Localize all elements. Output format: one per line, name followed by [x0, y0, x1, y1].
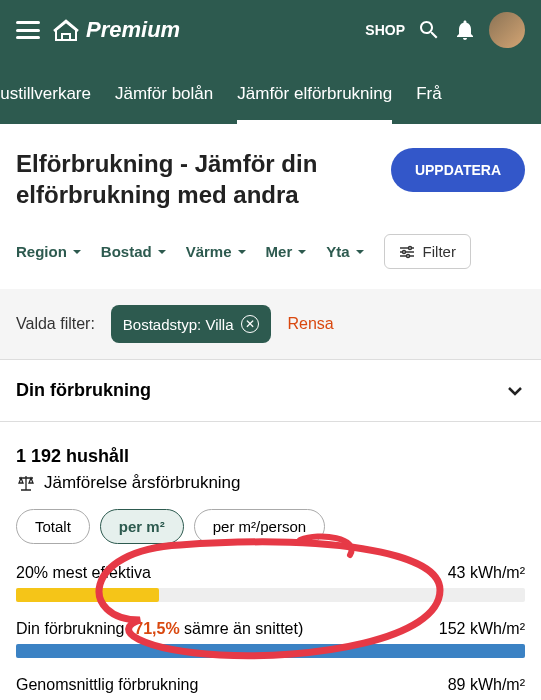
household-count: 1 192 hushåll — [16, 446, 525, 467]
logo-text: Premium — [86, 17, 180, 43]
filter-chip-bostadstyp[interactable]: Bostadstyp: Villa ✕ — [111, 305, 272, 343]
bar-your-usage: Din förbrukning (71,5% sämre än snittet)… — [16, 620, 525, 658]
app-header: Premium SHOP — [0, 0, 541, 60]
filter-dropdowns: Region Bostad Värme Mer Yta Filter — [16, 234, 525, 269]
selected-label: Valda filter: — [16, 315, 95, 333]
bar-value: 89 kWh/m² — [448, 676, 525, 694]
chevron-down-icon — [505, 381, 525, 401]
search-icon[interactable] — [417, 18, 441, 42]
chevron-down-icon — [354, 246, 366, 258]
bar-label: Din förbrukning (71,5% sämre än snittet) — [16, 620, 303, 638]
clear-filters-link[interactable]: Rensa — [287, 315, 333, 333]
bar-efficient: 20% mest effektiva 43 kWh/m² — [16, 564, 525, 602]
chevron-down-icon — [156, 246, 168, 258]
shop-link[interactable]: SHOP — [365, 22, 405, 38]
svg-point-4 — [402, 250, 405, 253]
filter-icon — [399, 245, 415, 259]
dropdown-mer[interactable]: Mer — [266, 243, 309, 260]
avatar[interactable] — [489, 12, 525, 48]
nav-tabs: Hustillverkare Jämför bolån Jämför elför… — [0, 60, 541, 124]
svg-point-3 — [408, 246, 411, 249]
tab-jamfor-bolan[interactable]: Jämför bolån — [115, 66, 213, 124]
tab-fragor[interactable]: Frå — [416, 66, 442, 124]
filter-button[interactable]: Filter — [384, 234, 471, 269]
accordion-title: Din förbrukning — [16, 380, 151, 401]
tab-jamfor-elforbrukning[interactable]: Jämför elförbrukning — [237, 66, 392, 124]
chevron-down-icon — [236, 246, 248, 258]
dropdown-yta[interactable]: Yta — [326, 243, 365, 260]
bell-icon[interactable] — [453, 18, 477, 42]
menu-icon[interactable] — [16, 21, 40, 39]
house-icon — [52, 18, 80, 42]
scale-icon — [16, 473, 36, 493]
update-button[interactable]: UPPDATERA — [391, 148, 525, 192]
logo[interactable]: Premium — [52, 17, 180, 43]
chevron-down-icon — [71, 246, 83, 258]
main-content: Elförbrukning - Jämför din elförbrukning… — [0, 124, 541, 700]
close-icon[interactable]: ✕ — [241, 315, 259, 333]
svg-point-5 — [406, 254, 409, 257]
bar-value: 43 kWh/m² — [448, 564, 525, 582]
dropdown-varme[interactable]: Värme — [186, 243, 248, 260]
pill-totalt[interactable]: Totalt — [16, 509, 90, 544]
dropdown-region[interactable]: Region — [16, 243, 83, 260]
unit-pills: Totalt per m² per m²/person — [16, 509, 525, 544]
comparison-subtitle: Jämförelse årsförbrukning — [44, 473, 241, 493]
selected-filters: Valda filter: Bostadstyp: Villa ✕ Rensa — [0, 289, 541, 359]
bar-label: 20% mest effektiva — [16, 564, 151, 582]
accordion-din-forbrukning[interactable]: Din förbrukning — [0, 359, 541, 422]
tab-hustillverkare[interactable]: Hustillverkare — [0, 66, 91, 124]
bar-average: Genomsnittlig förbrukning 89 kWh/m² — [16, 676, 525, 700]
pill-per-m2[interactable]: per m² — [100, 509, 184, 544]
page-title: Elförbrukning - Jämför din elförbrukning… — [16, 148, 375, 210]
bar-label: Genomsnittlig förbrukning — [16, 676, 198, 694]
chevron-down-icon — [296, 246, 308, 258]
dropdown-bostad[interactable]: Bostad — [101, 243, 168, 260]
bar-value: 152 kWh/m² — [439, 620, 525, 638]
pill-per-m2-person[interactable]: per m²/person — [194, 509, 325, 544]
